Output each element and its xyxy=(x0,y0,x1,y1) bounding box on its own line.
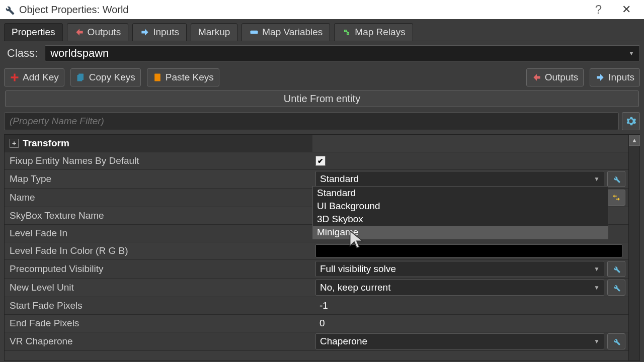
tab-bar: Properties Outputs Inputs Markup Map Var… xyxy=(2,20,642,41)
arrow-out-icon xyxy=(532,72,542,82)
inputs-button[interactable]: Inputs xyxy=(590,68,640,86)
wrench-icon xyxy=(3,4,15,16)
chevron-down-icon: ▼ xyxy=(594,265,600,273)
help-button[interactable]: ? xyxy=(585,3,612,17)
newlevel-edit-button[interactable] xyxy=(607,280,625,296)
chevron-down-icon: ▼ xyxy=(594,284,600,291)
gear-icon xyxy=(625,116,636,127)
window-title: Object Properties: World xyxy=(19,4,585,16)
class-value: worldspawn xyxy=(50,47,109,60)
maptype-option[interactable]: Standard xyxy=(313,187,608,200)
vrchap-edit-button[interactable] xyxy=(607,333,625,349)
prop-vrchap-label: VR Chaperone xyxy=(5,333,312,350)
expand-icon[interactable]: + xyxy=(10,139,19,148)
maptype-edit-button[interactable] xyxy=(607,171,625,187)
fadecolor-swatch[interactable] xyxy=(315,244,622,257)
class-select[interactable]: worldspawn ▼ xyxy=(45,45,640,61)
titlebar: Object Properties: World ? ✕ xyxy=(0,0,644,19)
outputs-button[interactable]: Outputs xyxy=(526,68,584,86)
tab-inputs[interactable]: Inputs xyxy=(132,23,187,41)
chevron-down-icon: ▼ xyxy=(594,175,600,183)
maptype-option[interactable]: Minigame xyxy=(313,226,608,239)
wrench-icon xyxy=(612,264,621,274)
wrench-icon xyxy=(612,337,621,346)
prop-startfade-label: Start Fade Pixels xyxy=(5,297,312,314)
tab-map-variables[interactable]: Map Variables xyxy=(242,23,330,41)
arrow-out-icon xyxy=(74,27,85,37)
group-transform[interactable]: +Transform xyxy=(5,135,312,152)
arrow-in-icon xyxy=(595,72,605,82)
maptype-option[interactable]: UI Background xyxy=(313,200,608,213)
startfade-value[interactable]: -1 xyxy=(315,298,625,313)
scrollbar[interactable]: ▲ xyxy=(628,135,639,360)
close-button[interactable]: ✕ xyxy=(612,3,641,16)
wrench-icon xyxy=(612,174,621,184)
relays-icon xyxy=(342,27,352,37)
prop-fixup-label: Fixup Entity Names By Default xyxy=(5,152,312,169)
tab-outputs[interactable]: Outputs xyxy=(67,23,129,41)
svg-rect-3 xyxy=(154,74,160,81)
maptype-select[interactable]: Standard▼ xyxy=(315,171,604,187)
untie-button[interactable]: Untie From entity xyxy=(5,90,639,107)
maptype-option[interactable]: 3D Skybox xyxy=(313,213,608,226)
copy-keys-button[interactable]: Copy Keys xyxy=(70,68,141,86)
scroll-up-button[interactable]: ▲ xyxy=(629,135,640,146)
plus-icon xyxy=(10,72,20,82)
vis-select[interactable]: Full visibility solve▼ xyxy=(315,261,604,277)
arrow-in-icon xyxy=(140,27,150,37)
add-key-button[interactable]: Add Key xyxy=(4,68,64,86)
property-filter-input[interactable] xyxy=(4,112,619,130)
name-edit-button[interactable] xyxy=(607,190,625,206)
property-list: +Transform Fixup Entity Names By Default… xyxy=(5,135,628,360)
prop-skybox-label: SkyBox Texture Name xyxy=(5,207,312,224)
tab-map-relays[interactable]: Map Relays xyxy=(334,23,413,41)
variables-icon xyxy=(249,27,259,37)
prop-vis-label: Precomputed Visibility xyxy=(5,260,312,278)
prop-endfade-label: End Fade Pixels xyxy=(5,315,312,332)
vrchap-select[interactable]: Chaperone▼ xyxy=(315,333,604,349)
class-label: Class: xyxy=(4,47,41,60)
svg-rect-0 xyxy=(251,31,258,34)
vis-edit-button[interactable] xyxy=(607,261,625,277)
tab-markup[interactable]: Markup xyxy=(191,23,237,41)
prop-maptype-label: Map Type xyxy=(5,170,312,188)
prop-fadein-label: Level Fade In xyxy=(5,225,312,242)
swap-icon xyxy=(612,193,621,202)
maptype-dropdown-list[interactable]: Standard UI Background 3D Skybox Minigam… xyxy=(312,186,608,239)
paste-icon xyxy=(152,72,163,82)
newlevel-select[interactable]: No, keep current▼ xyxy=(315,280,604,296)
paste-keys-button[interactable]: Paste Keys xyxy=(147,68,219,86)
tab-properties[interactable]: Properties xyxy=(4,23,63,41)
copy-icon xyxy=(76,72,86,82)
prop-newlevel-label: New Level Unit xyxy=(5,279,312,296)
filter-settings-button[interactable] xyxy=(622,112,640,130)
prop-name-label: Name xyxy=(5,189,312,206)
prop-fadecolor-label: Level Fade In Color (R G B) xyxy=(5,242,312,259)
svg-rect-2 xyxy=(77,75,82,81)
fixup-checkbox[interactable]: ✔ xyxy=(315,156,326,166)
endfade-value[interactable]: 0 xyxy=(315,316,625,331)
chevron-down-icon: ▼ xyxy=(594,338,600,345)
chevron-down-icon: ▼ xyxy=(628,50,634,57)
wrench-icon xyxy=(612,283,621,292)
